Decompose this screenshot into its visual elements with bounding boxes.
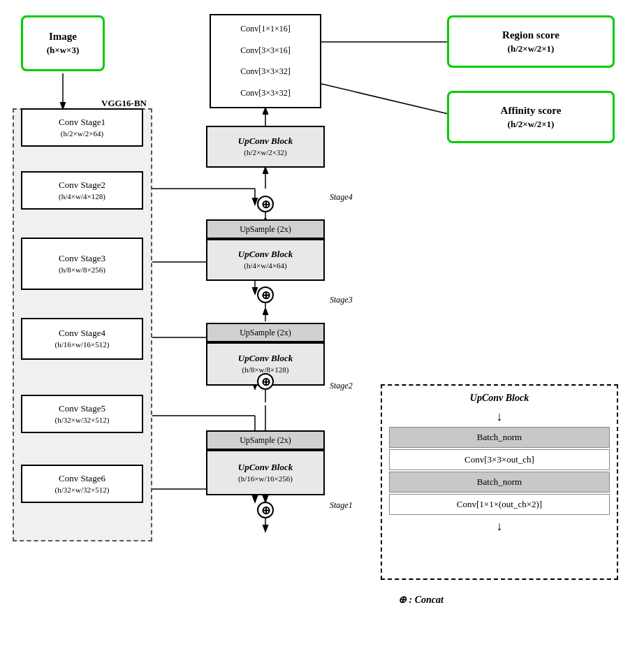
svg-line-27 [321,84,454,115]
conv-stage4-label: Conv Stage4 [59,327,105,340]
conv-stage5-label: Conv Stage5 [59,402,105,415]
upsample1-label: UpSample (2x) [240,435,291,446]
affinity-score-label: Affinity score [501,103,562,118]
upconv-block3: UpConv Block (h/4×w/4×64) [206,239,325,281]
upconv3-sublabel: (h/4×w/4×64) [244,261,286,271]
conv-stage6-sublabel: (h/32×w/32×512) [55,485,110,495]
conv-out-2: Conv[3×3×16] [240,45,291,57]
vgg-label: VGG16-BN [101,98,147,109]
affinity-score-box: Affinity score (h/2×w/2×1) [447,91,615,143]
upconv-detail-title: UpConv Block [389,393,610,404]
conv-stage1-label: Conv Stage1 [59,116,105,129]
conv-out-1: Conv[1×1×16] [240,23,291,35]
upconv-block1: UpConv Block (h/16×w/16×256) [206,450,325,495]
upsample3-label: UpSample (2x) [240,224,291,235]
upconv2-title: UpConv Block [238,352,293,365]
layer-conv1x1: Conv[1×1×(out_ch×2)] [389,494,610,515]
region-score-box: Region score (h/2×w/2×1) [447,15,615,68]
stage2-label: Stage2 [330,381,353,391]
conv-stage1: Conv Stage1 (h/2×w/2×64) [21,108,143,147]
conv-stage5-sublabel: (h/32×w/32×512) [55,415,110,425]
conv-stage6-label: Conv Stage6 [59,472,105,485]
stage3-label: Stage3 [330,295,353,305]
upconv3-title: UpConv Block [238,248,293,261]
conv-stage2: Conv Stage2 (h/4×w/4×128) [21,171,143,210]
upsample2-label: UpSample (2x) [240,327,291,339]
upconv-detail-box: UpConv Block ↓ Batch_norm Conv[3×3×out_c… [381,384,618,580]
conv-out-4: Conv[3×3×32] [240,87,291,99]
region-score-label: Region score [502,28,559,43]
conv-stage3: Conv Stage3 (h/8×w/8×256) [21,238,143,290]
conv-stage3-sublabel: (h/8×w/8×256) [59,265,105,275]
image-label: Image [49,29,77,44]
conv-stage5: Conv Stage5 (h/32×w/32×512) [21,395,143,433]
layer-conv3x3: Conv[3×3×out_ch] [389,449,610,470]
upconv1-sublabel: (h/16×w/16×256) [238,474,293,484]
diagram: Image (h×w×3) VGG16-BN Conv Stage1 (h/2×… [0,0,644,663]
conv-out-3: Conv[3×3×32] [240,66,291,78]
layer-batch-norm-1: Batch_norm [389,427,610,448]
layer-batch-norm-2: Batch_norm [389,472,610,493]
stage1-label: Stage1 [330,500,353,511]
stage2-concat: ⊕ [257,373,274,390]
stage4-label: Stage4 [330,192,353,203]
conv-stage6: Conv Stage6 (h/32×w/32×512) [21,465,143,503]
conv-stage2-label: Conv Stage2 [59,179,105,191]
region-score-sublabel: (h/2×w/2×1) [508,43,555,55]
concat-label: ⊕ : Concat [398,594,444,606]
upconv-block4: UpConv Block (h/2×w/2×32) [206,126,325,168]
upconv4-sublabel: (h/2×w/2×32) [244,147,286,158]
stage4-concat: ⊕ [257,196,274,212]
conv-stage1-sublabel: (h/2×w/2×64) [61,129,103,139]
image-sublabel: (h×w×3) [47,44,80,57]
conv-stage4-sublabel: (h/16×w/16×512) [55,340,110,350]
upconv-detail-arrow-in: ↓ [389,409,610,424]
upsample1: UpSample (2x) [206,430,325,450]
conv-outputs-box: Conv[1×1×16] Conv[3×3×16] Conv[3×3×32] C… [210,14,321,108]
upsample2: UpSample (2x) [206,323,325,342]
conv-stage2-sublabel: (h/4×w/4×128) [59,191,105,202]
conv-stage3-label: Conv Stage3 [59,252,105,265]
affinity-score-sublabel: (h/2×w/2×1) [508,118,555,131]
upconv4-title: UpConv Block [238,135,293,147]
upsample3: UpSample (2x) [206,219,325,239]
stage3-concat: ⊕ [257,286,274,303]
conv-stage4: Conv Stage4 (h/16×w/16×512) [21,318,143,360]
upconv1-title: UpConv Block [238,461,293,474]
stage1-concat: ⊕ [257,502,274,518]
image-box: Image (h×w×3) [21,15,105,71]
upconv-detail-arrow-out: ↓ [389,519,610,534]
